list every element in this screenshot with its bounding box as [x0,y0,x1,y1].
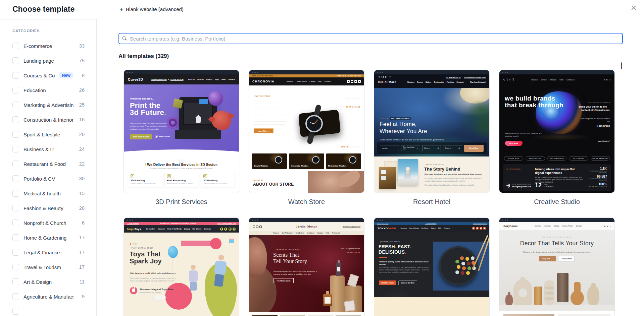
discover-cta: Discover Magical Toys NowBrowse the full… [130,287,173,294]
category-checkbox[interactable] [12,102,19,108]
category-item[interactable]: Marketing & Advertising 25 [0,98,96,112]
category-checkbox[interactable] [12,57,19,64]
aside-phone: +1 (234) 567 89 90 [596,125,610,127]
template-thumbnail[interactable]: Curve3D 3d.prints@email.com+1 (234) 567 … [123,70,239,193]
mini-nav-item: Projects [206,79,212,80]
scrollbar-thumb[interactable] [621,62,622,69]
search-input[interactable] [118,33,623,44]
template-thumbnail[interactable]: CozySpace About usInspirationCatalogNews… [499,217,615,316]
category-item[interactable]: Medical & health 15 [0,186,96,201]
watch-graphic [305,115,323,132]
category-checkbox[interactable] [12,190,19,197]
mini-logo: TOKYODASH [378,227,396,230]
category-checkbox[interactable] [12,219,19,226]
browser-chrome [499,70,614,74]
logo-part: Cozy [503,225,510,228]
template-thumbnail[interactable]: – Jardin Obscur – jardinobscur@email.com… [249,217,364,316]
category-checkbox[interactable] [12,308,19,315]
template-card-jardin-obscur: – Jardin Obscur – jardinobscur@email.com… [249,217,364,316]
twitter-icon [229,228,232,231]
category-checkbox[interactable] [12,175,19,182]
category-item[interactable]: Home & Gardening 17 [0,230,96,245]
category-checkbox[interactable] [12,234,19,241]
category-checkbox[interactable] [12,72,19,79]
category-item-partial[interactable] [0,304,96,316]
category-label: Marketing & Advertising [23,102,73,108]
category-item[interactable]: Sport & Lifestyle 20 [0,127,96,142]
close-icon[interactable]: × [631,3,637,13]
model-photo [308,171,364,193]
category-checkbox[interactable] [12,205,19,211]
mini-nav-item: Projects [550,79,556,81]
promo-kicker: Meet Our Signature Scents [341,248,360,250]
mini-nav-item: About us [401,228,407,229]
decor-bar [181,241,213,246]
sushi-pieces-graphic [460,256,464,260]
category-checkbox[interactable] [12,87,19,93]
promo-note-text: your first order [348,146,360,148]
mini-hero: //WATCH STORE TIMELESS STYLE FOR ANY MOM… [249,85,364,151]
category-item[interactable]: Travel & Tourism 17 [0,260,96,274]
category-label: Portfolio & CV [23,176,73,182]
category-item[interactable]: Landing page 75 [0,53,96,68]
stat-suffix: K [605,167,607,171]
category-item[interactable]: Education 26 [0,83,96,98]
podium-graphic [330,275,345,312]
instagram-icon: ◎ [604,225,606,227]
category-label: Art & Design [23,279,73,285]
search-icon [122,36,126,40]
mini-nav: About usServicesProjectsTeamContact us [531,79,575,81]
title-line: 3d Future [130,108,164,117]
category-item[interactable]: Portfolio & CV 30 [0,171,96,186]
window-dot [380,219,381,221]
category-item[interactable]: E-commerce 33 [0,39,96,53]
mini-nav-item: Inspiration [544,225,551,227]
category-checkbox[interactable] [12,249,19,256]
template-thumbnail[interactable]: FREE SHIPPING FROM $50NEED HELP: +1 (800… [249,70,364,193]
mini-contact: 3d.prints@email.com+1 (234) 567 89 90 [151,79,183,80]
category-checkbox[interactable] [12,116,19,123]
category-checkbox[interactable] [12,161,19,167]
category-item[interactable]: Business & IT 24 [0,142,96,156]
mini-logo: CHRONOVIA [252,80,275,83]
category-item[interactable]: Fashion & Beauty 28 [0,201,96,215]
template-thumbnail[interactable]: Open 8 am - 10 pm+1 (234) 567 89 00tokyo… [374,217,490,316]
category-label: Landing page [23,58,73,64]
wavy-vase [544,280,554,305]
category-item[interactable]: Nonprofit & Church 6 [0,215,96,230]
stat-item: 1.5K PROJECTS SUCCESSFULLY DELIVERED [584,167,607,173]
accent-underline [554,249,560,249]
template-thumbnail[interactable]: ctrl About usServicesProjectsTeamContact… [499,70,615,193]
category-item[interactable]: Agriculture & Manufacturing 9 [0,289,96,304]
blank-website-label: Blank website (advanced) [126,6,184,12]
category-checkbox[interactable] [12,278,19,285]
story-paragraph: Generations have shaped this place with … [425,184,485,186]
who-we-are-panel: 01 // WHO WE ARE turning ideas into impa… [503,164,611,191]
story-photo-tea [398,159,418,185]
category-item[interactable]: Courses & Coaching New 8 [0,68,96,83]
template-thumbnail[interactable]: +1 (234) 567 89 90ISLADEMARE@EMAIL.COM I… [374,70,490,193]
category-item[interactable]: Legal & Finance 17 [0,245,96,260]
title-dot: . [405,249,406,255]
work-kicker: LET'S WORK TOGETHER! [512,183,532,185]
category-checkbox[interactable] [12,43,19,49]
template-card-cozyspace: CozySpace About usInspirationCatalogNews… [499,217,615,316]
category-item[interactable]: Art & Design 11 [0,274,96,289]
category-checkbox[interactable] [12,264,19,270]
category-label: Restaurant & Food [23,161,73,167]
category-label: Business & IT [23,146,73,152]
logo-part: Toys [135,228,141,231]
mini-email: tokyodash@email.com [473,223,487,225]
vase [534,287,542,305]
category-item[interactable]: Construction & Interior 16 [0,112,96,127]
category-checkbox[interactable] [12,293,19,300]
window-dot [254,219,256,221]
category-item[interactable]: Restaurant & Food 22 [0,156,96,171]
vase [587,286,599,305]
category-checkbox[interactable] [12,146,19,152]
mini-nav-item: Contacts [444,228,450,229]
blank-website-button[interactable]: + Blank website (advanced) [119,6,184,12]
template-thumbnail[interactable]: +1 (234) 567 89 90SHOWROOM: 1234 EGREMON… [123,217,239,316]
play-icon [155,135,158,138]
category-checkbox[interactable] [12,131,19,138]
